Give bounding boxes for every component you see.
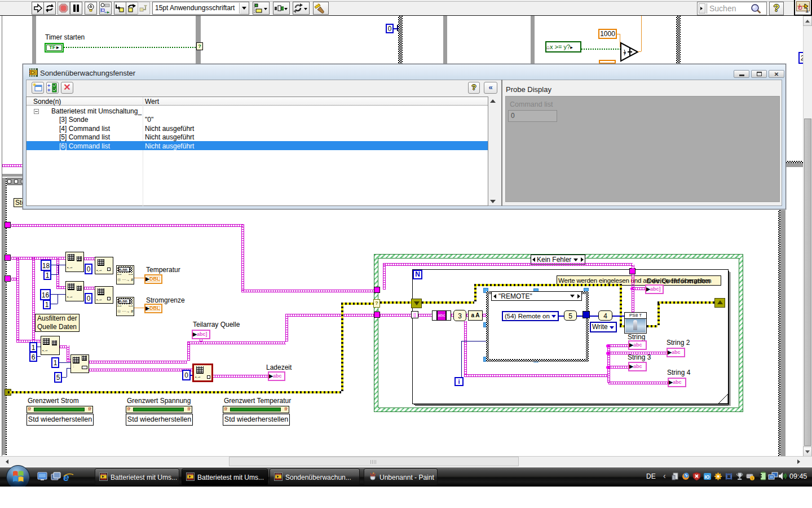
svg-text:?: ?: [623, 51, 626, 56]
svg-text:!: !: [752, 477, 753, 480]
svg-text:+: +: [47, 87, 50, 93]
svg-text:IO: IO: [705, 474, 710, 480]
svg-text:e: e: [63, 472, 69, 482]
